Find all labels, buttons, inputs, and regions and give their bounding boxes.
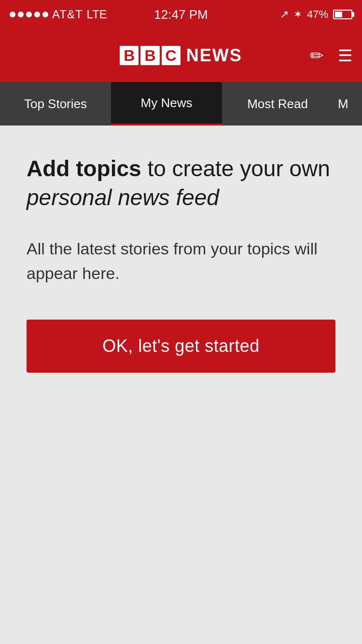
battery-percent: 47% (307, 8, 328, 21)
signal-dot-5 (42, 12, 48, 17)
get-started-button[interactable]: OK, let's get started (27, 320, 335, 373)
status-left: AT&T LTE (10, 8, 107, 21)
tab-most-read[interactable]: Most Read (222, 82, 333, 126)
battery-indicator (333, 10, 352, 19)
bbc-box-b2: B (140, 46, 159, 65)
headline-normal: to create your own (141, 156, 330, 181)
location-icon: ↗ (280, 8, 289, 21)
signal-dot-2 (18, 12, 24, 17)
hamburger-menu-icon[interactable]: ☰ (338, 46, 352, 65)
navigation-tabs: Top Stories My News Most Read M (0, 82, 362, 126)
bbc-header: B B C NEWS ✏ ☰ (0, 29, 362, 82)
signal-dot-1 (10, 12, 15, 17)
battery-fill (335, 12, 342, 17)
bbc-box-c: C (162, 46, 181, 65)
bbc-box-b1: B (120, 46, 139, 65)
headline-bold: Add topics (27, 156, 141, 181)
tab-my-news[interactable]: My News (111, 82, 222, 126)
signal-dot-4 (34, 12, 40, 17)
signal-dot-3 (26, 12, 32, 17)
status-time: 12:47 PM (154, 7, 208, 22)
bluetooth-icon: ✶ (293, 8, 302, 21)
bbc-news-label: NEWS (186, 45, 242, 66)
network-type: LTE (87, 8, 107, 21)
headline-italic: personal news feed (27, 185, 219, 210)
edit-icon[interactable]: ✏ (310, 46, 323, 65)
bbc-logo: B B C NEWS (120, 45, 242, 66)
headline: Add topics to create your own personal n… (27, 154, 335, 212)
main-content: Add topics to create your own personal n… (0, 126, 362, 608)
tab-more[interactable]: M (333, 82, 362, 126)
carrier-name: AT&T (52, 8, 83, 21)
status-bar: AT&T LTE 12:47 PM ↗ ✶ 47% (0, 0, 362, 29)
tab-top-stories[interactable]: Top Stories (0, 82, 111, 126)
signal-dots (10, 12, 48, 17)
header-icons: ✏ ☰ (310, 46, 352, 65)
battery-icon (333, 10, 352, 19)
description-text: All the latest stories from your topics … (27, 237, 335, 286)
status-right: ↗ ✶ 47% (280, 8, 352, 21)
